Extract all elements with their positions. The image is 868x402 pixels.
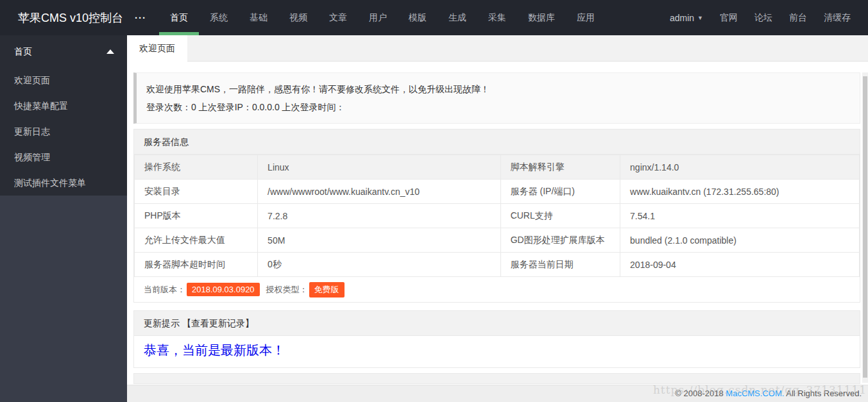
main-area: 欢迎页面 欢迎使用苹果CMS，一路陪伴，感恩有你！请不要修改系统文件，以免升级出…	[127, 35, 868, 402]
cell-label: 服务器脚本超时时间	[135, 253, 258, 277]
nav-item-collect[interactable]: 采集	[477, 0, 517, 35]
server-info-title: 服务器信息	[134, 130, 860, 155]
license-badge: 免费版	[309, 282, 345, 297]
nav-item-template[interactable]: 模版	[398, 0, 438, 35]
update-body: 恭喜，当前是最新版本！	[134, 336, 860, 367]
user-name: admin	[670, 13, 694, 23]
copyright-suffix: All Rights Reserved.	[784, 389, 862, 398]
user-menu[interactable]: admin ▼	[661, 0, 711, 35]
cell-label: 服务器当前日期	[500, 253, 620, 277]
nav-item-basic[interactable]: 基础	[239, 0, 278, 35]
link-clear-cache[interactable]: 清缓存	[815, 0, 859, 35]
update-title: 更新提示 【查看更新记录】	[134, 311, 860, 336]
current-version-label: 当前版本：	[144, 284, 185, 296]
top-nav: 首页 系统 基础 视频 文章 用户 模版 生成 采集 数据库 应用	[159, 0, 606, 35]
table-row: 操作系统 Linux 脚本解释引擎 nginx/1.14.0	[135, 155, 860, 180]
more-icon[interactable]: ···	[127, 0, 154, 35]
link-frontend[interactable]: 前台	[781, 0, 815, 35]
cell-value: www.kuaikantv.cn (172.31.255.65:80)	[620, 180, 860, 204]
table-row: 允许上传文件最大值 50M GD图形处理扩展库版本 bundled (2.1.0…	[135, 228, 860, 253]
cell-value: nginx/1.14.0	[620, 155, 860, 180]
cell-value: 2018-09-04	[620, 253, 860, 277]
cell-value: Linux	[258, 155, 501, 180]
update-title-text: 更新提示	[144, 318, 180, 328]
nav-item-video[interactable]: 视频	[278, 0, 318, 35]
welcome-notice: 欢迎使用苹果CMS，一路陪伴，感恩有你！请不要修改系统文件，以免升级出现故障！ …	[133, 72, 860, 124]
sidebar-item-quick-menu[interactable]: 快捷菜单配置	[0, 93, 127, 119]
cell-label: 允许上传文件最大值	[135, 228, 258, 253]
cell-label: 脚本解释引擎	[500, 155, 620, 180]
nav-item-app[interactable]: 应用	[566, 0, 606, 35]
cell-label: GD图形处理扩展库版本	[500, 228, 620, 253]
cell-value: 7.54.1	[620, 204, 860, 228]
cell-label: 服务器 (IP/端口)	[500, 180, 620, 204]
app-title: 苹果CMS v10控制台	[0, 0, 127, 35]
server-info-card: 服务器信息 操作系统 Linux 脚本解释引擎 nginx/1.14.0 安装目…	[133, 129, 860, 303]
header-right: admin ▼ 官网 论坛 前台 清缓存	[661, 0, 868, 35]
vertical-scrollbar[interactable]	[862, 72, 868, 383]
cell-label: CURL支持	[500, 204, 620, 228]
scrollbar-thumb[interactable]	[863, 76, 867, 378]
update-card: 更新提示 【查看更新记录】 恭喜，当前是最新版本！	[133, 310, 860, 368]
sidebar-submenu: 欢迎页面 快捷菜单配置 更新日志 视频管理 测试插件文件菜单	[0, 67, 127, 196]
cell-label: 安装目录	[135, 180, 258, 204]
license-type-label: 授权类型：	[266, 284, 308, 296]
cell-label: PHP版本	[135, 204, 258, 228]
maccms-link[interactable]: MacCMS.COM.	[726, 389, 784, 398]
nav-item-article[interactable]: 文章	[318, 0, 358, 35]
table-row: PHP版本 7.2.8 CURL支持 7.54.1	[135, 204, 860, 228]
sidebar-item-welcome[interactable]: 欢迎页面	[0, 67, 127, 93]
nav-item-generate[interactable]: 生成	[438, 0, 477, 35]
sidebar-item-changelog[interactable]: 更新日志	[0, 119, 127, 144]
nav-item-database[interactable]: 数据库	[517, 0, 566, 35]
cell-value: bundled (2.1.0 compatible)	[620, 228, 860, 253]
top-header: 苹果CMS v10控制台 ··· 首页 系统 基础 视频 文章 用户 模版 生成…	[0, 0, 868, 35]
tab-welcome[interactable]: 欢迎页面	[127, 35, 187, 62]
tab-strip: 欢迎页面	[127, 35, 868, 62]
copyright-text: © 2008-2018	[675, 389, 726, 398]
table-row: 服务器脚本超时时间 0秒 服务器当前日期 2018-09-04	[135, 253, 860, 277]
next-section-header-partial	[133, 373, 860, 384]
sidebar-item-test-plugin[interactable]: 测试插件文件菜单	[0, 170, 127, 196]
sidebar: 首页 欢迎页面 快捷菜单配置 更新日志 视频管理 测试插件文件菜单	[0, 35, 127, 402]
nav-item-home[interactable]: 首页	[159, 0, 199, 35]
sidebar-group-label: 首页	[14, 46, 32, 56]
update-message: 恭喜，当前是最新版本！	[144, 343, 285, 357]
nav-item-system[interactable]: 系统	[199, 0, 239, 35]
chevron-down-icon: ▼	[697, 15, 703, 21]
chevron-up-icon	[106, 49, 114, 54]
version-badge: 2018.09.03.0920	[187, 283, 260, 296]
link-forum[interactable]: 论坛	[746, 0, 781, 35]
cell-label: 操作系统	[135, 155, 258, 180]
version-row: 当前版本： 2018.09.03.0920 授权类型： 免费版	[134, 277, 860, 302]
cell-value: 7.2.8	[258, 204, 501, 228]
cell-value: /www/wwwroot/www.kuaikantv.cn_v10	[258, 180, 501, 204]
view-update-log-link[interactable]: 【查看更新记录】	[182, 318, 254, 328]
footer: © 2008-2018 MacCMS.COM. All Rights Reser…	[127, 385, 868, 402]
content: 欢迎使用苹果CMS，一路陪伴，感恩有你！请不要修改系统文件，以免升级出现故障！ …	[127, 62, 868, 384]
server-info-table: 操作系统 Linux 脚本解释引擎 nginx/1.14.0 安装目录 /www…	[134, 155, 860, 277]
welcome-line1: 欢迎使用苹果CMS，一路陪伴，感恩有你！请不要修改系统文件，以免升级出现故障！	[146, 80, 850, 98]
nav-item-user[interactable]: 用户	[358, 0, 398, 35]
sidebar-item-video-manage[interactable]: 视频管理	[0, 144, 127, 170]
cell-value: 50M	[258, 228, 501, 253]
cell-value: 0秒	[258, 253, 501, 277]
link-official-site[interactable]: 官网	[711, 0, 746, 35]
sidebar-group-home[interactable]: 首页	[0, 35, 127, 67]
welcome-line2: 登录次数：0 上次登录IP：0.0.0.0 上次登录时间：	[146, 98, 850, 116]
table-row: 安装目录 /www/wwwroot/www.kuaikantv.cn_v10 服…	[135, 180, 860, 204]
